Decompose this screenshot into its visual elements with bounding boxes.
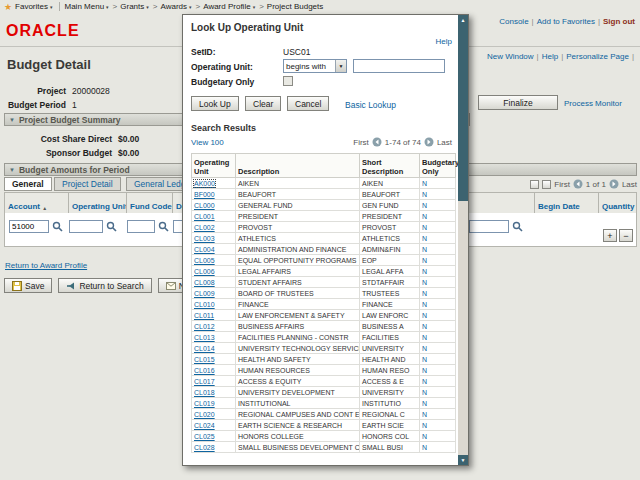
operating-unit-link[interactable]: CL018: [194, 389, 215, 396]
account-lookup-icon[interactable]: [52, 221, 63, 232]
budgetary-only-link[interactable]: N: [422, 224, 427, 231]
first-label[interactable]: First: [554, 180, 570, 189]
operating-unit-link[interactable]: CL024: [194, 422, 215, 429]
operating-unit-link[interactable]: CL015: [194, 356, 215, 363]
operating-unit-link[interactable]: CL014: [194, 345, 215, 352]
budgetary-only-link[interactable]: N: [422, 290, 427, 297]
dialog-help-link[interactable]: Help: [436, 37, 452, 46]
operating-unit-link[interactable]: CL020: [194, 411, 215, 418]
operating-unit-link[interactable]: CL005: [194, 257, 215, 264]
operating-unit-link[interactable]: CL000: [194, 202, 215, 209]
next-page-icon[interactable]: [609, 179, 619, 189]
operating-unit-link[interactable]: CL013: [194, 334, 215, 341]
scroll-down-icon[interactable]: ▼: [458, 455, 468, 465]
budgetary-only-link[interactable]: N: [422, 433, 427, 440]
save-button[interactable]: Save: [4, 278, 52, 293]
basic-lookup-link[interactable]: Basic Lookup: [345, 100, 396, 110]
chartfield-lookup-icon[interactable]: [512, 221, 523, 232]
operating-unit-search-input[interactable]: [353, 59, 445, 73]
process-monitor-link[interactable]: Process Monitor: [564, 99, 622, 108]
budgetary-only-link[interactable]: N: [422, 213, 427, 220]
first-label[interactable]: First: [353, 138, 369, 147]
fund-code-lookup-icon[interactable]: [158, 221, 169, 232]
operating-unit-link[interactable]: CL001: [194, 213, 215, 220]
tab-general[interactable]: General: [4, 177, 52, 191]
new-window-link[interactable]: New Window: [487, 52, 534, 61]
personalize-page-link[interactable]: Personalize Page: [566, 52, 629, 61]
budgetary-only-link[interactable]: N: [422, 235, 427, 242]
console-link[interactable]: Console: [499, 17, 528, 26]
breadcrumb-item-award-profile[interactable]: Award Profile: [203, 2, 250, 11]
previous-page-icon[interactable]: [573, 179, 583, 189]
account-input[interactable]: [9, 220, 49, 233]
scroll-up-icon[interactable]: ▲: [458, 15, 468, 25]
operating-unit-link[interactable]: AK000: [194, 180, 215, 187]
budgetary-only-link[interactable]: N: [422, 257, 427, 264]
clear-button[interactable]: Clear: [245, 96, 281, 111]
budgetary-only-link[interactable]: N: [422, 400, 427, 407]
add-to-favorites-link[interactable]: Add to Favorites: [537, 17, 595, 26]
sign-out-link[interactable]: Sign out: [603, 17, 635, 26]
breadcrumb-item-awards[interactable]: Awards: [160, 2, 187, 11]
scrollbar-thumb[interactable]: [458, 25, 468, 201]
previous-page-icon[interactable]: [372, 137, 382, 147]
budgetary-only-link[interactable]: N: [422, 378, 427, 385]
return-to-award-profile-link[interactable]: Return to Award Profile: [5, 261, 87, 270]
breadcrumb-item-main-menu[interactable]: Main Menu: [65, 2, 105, 11]
chartfield-input[interactable]: [469, 220, 509, 233]
operating-unit-lookup-icon[interactable]: [106, 221, 117, 232]
budgetary-only-link[interactable]: N: [422, 356, 427, 363]
budgetary-only-link[interactable]: N: [422, 389, 427, 396]
column-header-account[interactable]: Account ▲: [5, 193, 69, 213]
operating-unit-link[interactable]: CL006: [194, 268, 215, 275]
operating-unit-link[interactable]: CL028: [194, 444, 215, 451]
breadcrumb-favorites[interactable]: Favorites: [15, 2, 48, 11]
look-up-button[interactable]: Look Up: [191, 96, 239, 111]
operating-unit-input[interactable]: [69, 220, 103, 233]
operating-unit-link[interactable]: BF000: [194, 191, 215, 198]
grid-action-icon[interactable]: [530, 180, 539, 189]
operating-unit-link[interactable]: CL004: [194, 246, 215, 253]
column-header-operating-unit[interactable]: Operating Unit: [192, 154, 236, 178]
operating-unit-link[interactable]: CL025: [194, 433, 215, 440]
operator-select[interactable]: begins with ▼: [283, 59, 347, 73]
finalize-button[interactable]: Finalize: [478, 95, 558, 110]
cancel-button[interactable]: Cancel: [287, 96, 329, 111]
last-label[interactable]: Last: [622, 180, 637, 189]
budgetary-only-link[interactable]: N: [422, 180, 427, 187]
budgetary-only-link[interactable]: N: [422, 367, 427, 374]
breadcrumb-item-project-budgets[interactable]: Project Budgets: [267, 2, 323, 11]
delete-row-button[interactable]: −: [619, 229, 633, 242]
column-header-fund-code[interactable]: Fund Code: [127, 193, 173, 213]
budgetary-only-checkbox[interactable]: [283, 76, 293, 86]
budgetary-only-link[interactable]: N: [422, 411, 427, 418]
budgetary-only-link[interactable]: N: [422, 323, 427, 330]
budgetary-only-link[interactable]: N: [422, 279, 427, 286]
column-header-quantity[interactable]: Quantity: [599, 193, 638, 213]
column-header-operating-unit[interactable]: Operating Unit: [69, 193, 127, 213]
last-label[interactable]: Last: [437, 138, 452, 147]
view-100-link[interactable]: View 100: [191, 138, 224, 147]
help-link[interactable]: Help: [542, 52, 558, 61]
operating-unit-link[interactable]: CL002: [194, 224, 215, 231]
operating-unit-link[interactable]: CL016: [194, 367, 215, 374]
budgetary-only-link[interactable]: N: [422, 444, 427, 451]
budgetary-only-link[interactable]: N: [422, 301, 427, 308]
budgetary-only-link[interactable]: N: [422, 246, 427, 253]
budgetary-only-link[interactable]: N: [422, 345, 427, 352]
add-row-button[interactable]: +: [603, 229, 617, 242]
return-to-search-button[interactable]: Return to Search: [58, 278, 151, 293]
next-page-icon[interactable]: [424, 137, 434, 147]
operating-unit-link[interactable]: CL008: [194, 279, 215, 286]
operating-unit-link[interactable]: CL010: [194, 301, 215, 308]
grid-action-icon[interactable]: [542, 180, 551, 189]
budgetary-only-link[interactable]: N: [422, 202, 427, 209]
fund-code-input[interactable]: [127, 220, 155, 233]
operating-unit-link[interactable]: CL003: [194, 235, 215, 242]
operating-unit-link[interactable]: CL012: [194, 323, 215, 330]
breadcrumb-item-grants[interactable]: Grants: [120, 2, 144, 11]
column-header-begin-date[interactable]: Begin Date: [535, 193, 599, 213]
column-header-description[interactable]: Description: [236, 154, 360, 178]
budgetary-only-link[interactable]: N: [422, 422, 427, 429]
budgetary-only-link[interactable]: N: [422, 334, 427, 341]
